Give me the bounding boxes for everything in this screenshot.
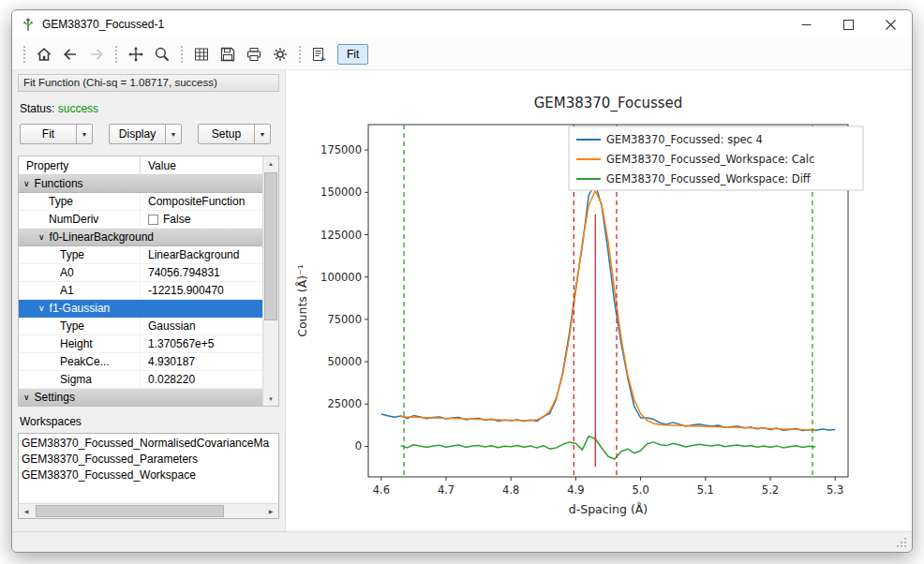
pan-button[interactable] [124,42,148,67]
svg-text:GEM38370_Focussed_Workspace: D: GEM38370_Focussed_Workspace: Diff [606,172,812,186]
svg-text:75000: 75000 [327,313,362,326]
zoom-button[interactable] [150,42,174,67]
property-row[interactable]: TypeGaussian [19,318,262,335]
home-button[interactable] [32,42,56,67]
workspace-list-item[interactable]: GEM38370_Focussed_NormalisedCovarianceMa [22,436,276,452]
gear-icon [272,46,289,63]
close-button[interactable] [870,10,912,38]
collapse-arrow-icon[interactable]: ∨ [38,304,45,313]
fit-function-header[interactable]: Fit Function (Chi-sq = 1.08717, success) [18,74,279,92]
toolbar-handle[interactable] [23,46,25,63]
property-row[interactable]: TypeCompositeFunction [19,193,262,211]
print-button[interactable] [242,42,266,67]
export-script-button[interactable] [307,42,332,67]
property-value[interactable]: False [141,213,190,226]
property-name: NumDeriv [19,211,141,228]
chevron-down-icon[interactable]: ▼ [254,125,270,143]
property-row[interactable]: PeakCe...4.930187 [19,353,262,371]
fit-browser-toolbar: Fit ▼ Display ▼ Setup ▼ [20,124,277,144]
toolbar-separator [299,46,301,63]
property-name: Type [19,193,141,210]
forward-button[interactable] [84,42,109,67]
property-column-header[interactable]: Property [19,156,141,174]
scroll-up-icon[interactable]: ▲ [263,156,278,171]
property-value[interactable]: 0.028220 [141,373,195,386]
plot-area[interactable]: GEM38370_Focussed4.64.74.84.95.05.15.25.… [286,70,912,531]
display-menu-button[interactable]: Display ▼ [109,124,182,144]
function-section-row[interactable]: ∨f1-Gaussian [19,300,262,318]
svg-text:100000: 100000 [320,271,362,284]
svg-text:4.9: 4.9 [567,483,584,497]
chevron-down-icon[interactable]: ▼ [76,125,92,143]
chevron-down-icon[interactable]: ▼ [165,125,181,143]
property-value[interactable]: 74056.794831 [141,266,220,279]
collapse-arrow-icon[interactable]: ∨ [38,232,45,242]
property-name: Type [19,318,141,334]
status-label: Status: [20,102,54,115]
checkbox[interactable] [148,215,158,225]
arrow-right-icon [88,46,105,63]
resize-grip-icon[interactable] [895,536,908,549]
scroll-right-icon[interactable]: ▶ [263,504,278,518]
save-button[interactable] [216,42,240,67]
window-title: GEM38370_Focussed-1 [42,18,164,31]
grid-icon [193,46,210,63]
property-value[interactable]: 4.930187 [141,355,195,368]
maximize-button[interactable] [827,10,870,38]
property-name: Height [19,335,141,352]
collapse-arrow-icon[interactable]: ∨ [23,393,30,402]
back-button[interactable] [58,42,82,67]
property-row[interactable]: NumDerivFalse [19,211,262,229]
svg-text:4.7: 4.7 [438,483,455,497]
section-label: Settings [35,391,75,404]
workspaces-hscrollbar[interactable]: ◀ ▶ [19,503,278,518]
property-row[interactable]: Height1.370567e+5 [19,335,262,353]
status-bar [12,531,912,552]
title-bar[interactable]: GEM38370_Focussed-1 [12,10,912,38]
function-section-row[interactable]: ∨f0-LinearBackground [19,229,262,246]
svg-text:GEM38370_Focussed: spec 4: GEM38370_Focussed: spec 4 [606,133,763,146]
home-icon [36,46,52,63]
fit-toggle-button[interactable]: Fit [337,44,368,65]
svg-text:50000: 50000 [327,355,362,368]
collapse-arrow-icon[interactable]: ∨ [23,179,30,188]
settings-button[interactable] [268,42,292,67]
property-row[interactable]: TypeLinearBackground [19,246,262,264]
table-scrollbar[interactable]: ▲ ▼ [262,156,278,406]
function-section-row[interactable]: ∨Settings [19,389,262,407]
workspace-list-item[interactable]: GEM38370_Focussed_Parameters [22,452,276,468]
property-row[interactable]: A1-12215.900470 [19,282,262,300]
workspaces-list: GEM38370_Focussed_NormalisedCovarianceMa… [18,433,279,519]
fit-status-line: Status: success [20,102,277,115]
save-icon [219,46,236,63]
function-section-row[interactable]: ∨Functions [19,175,262,193]
property-value[interactable]: 1.370567e+5 [141,337,214,350]
fit-menu-button[interactable]: Fit ▼ [20,124,93,144]
fit-plot[interactable]: GEM38370_Focussed4.64.74.84.95.05.15.25.… [290,83,908,541]
main-area: Fit Function (Chi-sq = 1.08717, success)… [12,70,912,531]
toolbar-separator [115,46,117,63]
scrollbar-thumb[interactable] [264,172,277,320]
minimize-icon [801,20,812,30]
property-value[interactable]: LinearBackground [141,248,239,261]
workspace-list-item[interactable]: GEM38370_Focussed_Workspace [22,468,276,483]
close-icon [886,20,896,30]
toolbar-separator [181,46,183,63]
grid-toggle-button[interactable] [189,42,214,67]
property-name: A1 [19,282,141,299]
property-row[interactable]: A074056.794831 [19,264,262,282]
scroll-left-icon[interactable]: ◀ [19,504,34,518]
section-label: Functions [35,177,83,190]
scroll-down-icon[interactable]: ▼ [263,392,278,406]
property-row[interactable]: Sigma0.028220 [19,371,262,389]
property-value[interactable]: -12215.900470 [141,284,224,297]
setup-menu-button[interactable]: Setup ▼ [198,124,271,144]
property-value[interactable]: CompositeFunction [141,195,245,208]
minimize-button[interactable] [785,10,827,38]
property-value[interactable]: Gaussian [141,319,196,333]
scrollbar-thumb[interactable] [36,505,224,517]
maximize-icon [843,20,854,30]
toolbar: Fit [12,38,912,70]
value-column-header[interactable]: Value [141,159,176,172]
arrow-left-icon [62,46,79,63]
